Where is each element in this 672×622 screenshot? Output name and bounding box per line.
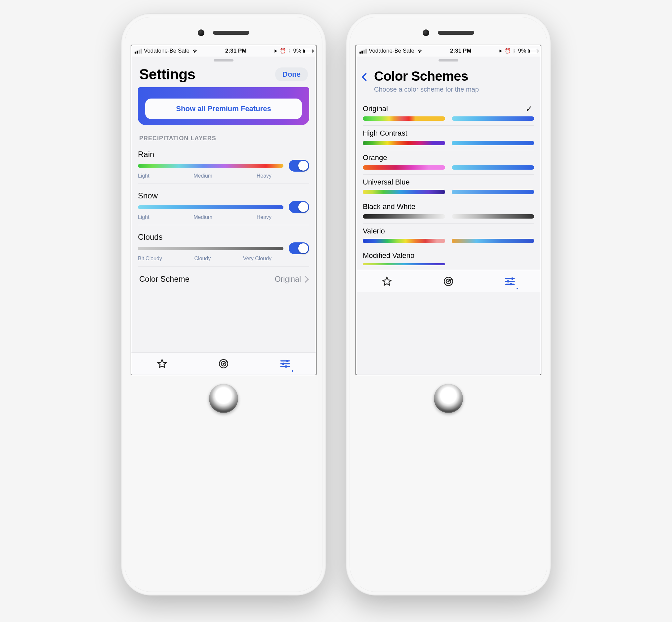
svg-point-8 xyxy=(285,366,287,368)
layer-label-clouds: Clouds xyxy=(138,233,163,242)
checkmark-icon: ✓ xyxy=(526,104,533,114)
sheet-grabber[interactable] xyxy=(214,59,233,62)
tab-favorites[interactable] xyxy=(156,358,168,370)
gradient-bar-rain xyxy=(363,239,445,243)
clock-label: 2:31 PM xyxy=(225,47,246,54)
scheme-row-modified-valerio[interactable]: Modified Valerio xyxy=(363,248,534,270)
legend-heavy: Heavy xyxy=(257,214,271,220)
tab-radar[interactable] xyxy=(217,358,230,370)
legend-light: Light xyxy=(138,214,149,220)
toggle-clouds[interactable] xyxy=(289,242,309,254)
home-button[interactable] xyxy=(209,384,238,413)
alarm-icon: ⏰ xyxy=(505,48,511,54)
cellular-signal-icon xyxy=(135,48,142,54)
color-schemes-header: Color Schemes Choose a color scheme for … xyxy=(356,63,541,95)
front-camera xyxy=(423,29,429,36)
gradient-bar-rain xyxy=(363,190,445,194)
scheme-row-valerio[interactable]: Valerio xyxy=(363,223,534,248)
scheme-label: Original xyxy=(363,104,534,113)
tab-settings[interactable] xyxy=(279,358,291,370)
tab-radar[interactable] xyxy=(442,275,455,287)
page-title: Color Schemes xyxy=(374,69,479,84)
tab-bar xyxy=(356,270,541,292)
gradient-bar-rain xyxy=(363,116,445,121)
wifi-icon xyxy=(192,47,198,56)
wifi-icon xyxy=(416,47,423,56)
page-subtitle: Choose a color scheme for the map xyxy=(374,85,479,93)
location-icon: ➤ xyxy=(273,48,278,54)
gradient-bar-snow xyxy=(452,239,534,243)
legend-cloudy: Cloudy xyxy=(194,255,211,262)
scheme-label: Valerio xyxy=(363,227,534,236)
page-title: Settings xyxy=(139,66,196,83)
legend-rain: Light Medium Heavy xyxy=(138,173,271,179)
gradient-bar-rain xyxy=(363,141,445,145)
carrier-label: Vodafone-Be Safe xyxy=(369,47,414,54)
toggle-rain[interactable] xyxy=(289,160,309,172)
layer-row-snow: Snow Light Medium Heavy xyxy=(138,184,309,225)
legend-bit-cloudy: Bit Cloudy xyxy=(138,255,162,262)
gradient-bar-rain xyxy=(363,214,445,218)
scheme-label: High Contrast xyxy=(363,129,534,138)
bluetooth-icon: ᛒ xyxy=(288,48,291,54)
gradient-bar-snow xyxy=(452,141,534,145)
layer-label-rain: Rain xyxy=(138,150,154,159)
gradient-bar-rain xyxy=(363,263,445,265)
cellular-signal-icon xyxy=(360,48,367,54)
layer-label-snow: Snow xyxy=(138,191,158,200)
tab-favorites[interactable] xyxy=(381,275,393,287)
svg-point-6 xyxy=(287,360,289,362)
svg-point-17 xyxy=(510,283,512,285)
legend-medium: Medium xyxy=(194,214,212,220)
color-scheme-label: Color Scheme xyxy=(139,274,190,284)
status-bar: Vodafone-Be Safe 2:31 PM ➤ ⏰ ᛒ 9% xyxy=(356,45,541,57)
premium-banner[interactable]: Show all Premium Features xyxy=(138,87,309,125)
battery-percent: 9% xyxy=(293,47,301,54)
scheme-row-orange[interactable]: Orange xyxy=(363,150,534,175)
scheme-label: Orange xyxy=(363,153,534,162)
device-settings: Vodafone-Be Safe 2:31 PM ➤ ⏰ ᛒ 9% Settin… xyxy=(121,13,326,595)
gradient-bar-snow xyxy=(452,214,534,218)
chevron-right-icon xyxy=(303,275,308,284)
scheme-row-universal-blue[interactable]: Universal Blue xyxy=(363,175,534,199)
status-bar: Vodafone-Be Safe 2:31 PM ➤ ⏰ ᛒ 9% xyxy=(131,45,316,57)
earpiece-speaker xyxy=(213,31,249,35)
battery-percent: 9% xyxy=(518,47,526,54)
battery-icon xyxy=(303,49,312,53)
legend-snow: Light Medium Heavy xyxy=(138,214,271,220)
svg-point-7 xyxy=(282,362,284,365)
legend-heavy: Heavy xyxy=(257,173,271,179)
toggle-snow[interactable] xyxy=(289,201,309,213)
color-scheme-value: Original xyxy=(275,275,301,284)
screen-color-schemes: Vodafone-Be Safe 2:31 PM ➤ ⏰ ᛒ 9% Color … xyxy=(356,45,541,375)
tab-bar xyxy=(131,352,316,375)
svg-point-16 xyxy=(507,280,509,282)
device-top-hardware xyxy=(356,24,541,45)
earpiece-speaker xyxy=(438,31,474,35)
scheme-label: Modified Valerio xyxy=(363,251,534,260)
carrier-label: Vodafone-Be Safe xyxy=(144,47,190,54)
scheme-row-original[interactable]: Original ✓ xyxy=(363,101,534,126)
legend-clouds: Bit Cloudy Cloudy Very Cloudy xyxy=(138,255,271,262)
gradient-bar-snow xyxy=(452,116,534,121)
scheme-row-black-white[interactable]: Black and White xyxy=(363,199,534,223)
home-button[interactable] xyxy=(434,384,463,413)
tab-settings[interactable] xyxy=(504,275,516,287)
front-camera xyxy=(198,29,204,36)
clock-label: 2:31 PM xyxy=(450,47,471,54)
back-button[interactable] xyxy=(362,73,370,81)
section-header-precipitation: PRECIPITATION LAYERS xyxy=(139,135,308,142)
gradient-bar-snow xyxy=(452,190,534,194)
premium-cta-button[interactable]: Show all Premium Features xyxy=(145,99,302,119)
legend-medium: Medium xyxy=(194,173,212,179)
device-color-schemes: Vodafone-Be Safe 2:31 PM ➤ ⏰ ᛒ 9% Color … xyxy=(346,13,551,595)
scheme-row-high-contrast[interactable]: High Contrast xyxy=(363,126,534,150)
svg-point-15 xyxy=(511,277,513,280)
done-button[interactable]: Done xyxy=(275,67,308,81)
legend-very-cloudy: Very Cloudy xyxy=(243,255,271,262)
row-color-scheme[interactable]: Color Scheme Original xyxy=(138,267,309,289)
sheet-grabber[interactable] xyxy=(439,59,458,62)
layer-row-rain: Rain Light Medium Heavy xyxy=(138,148,309,184)
scheme-label: Universal Blue xyxy=(363,178,534,186)
battery-icon xyxy=(528,49,537,53)
